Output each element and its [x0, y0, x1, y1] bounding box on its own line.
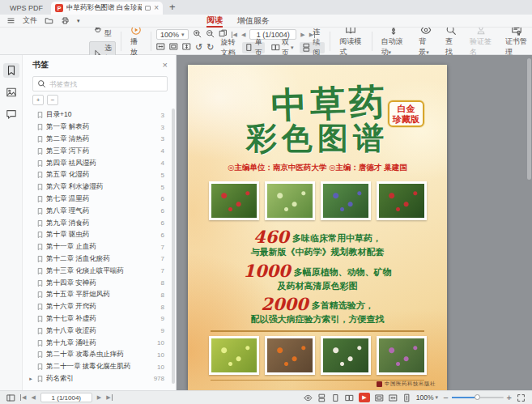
previous-page-button[interactable]: ◀ [241, 32, 245, 38]
single-page-button[interactable]: 单页 [242, 42, 265, 53]
bookmark-item[interactable]: 第五章 化湿药5 [23, 169, 176, 181]
fit-page-button[interactable] [169, 42, 178, 53]
panel-close-icon[interactable]: × [163, 60, 168, 70]
bookmark-item[interactable]: 第九章 消食药6 [23, 217, 176, 229]
zoom-out-button[interactable] [206, 29, 215, 40]
bookmark-search-input[interactable] [49, 80, 163, 88]
bookmark-title: 目录+10 [46, 110, 159, 120]
bookmark-item[interactable]: 第七章 温里药6 [23, 193, 176, 206]
fit-width-button[interactable] [389, 393, 398, 402]
last-page-button[interactable]: ▶ [106, 394, 112, 401]
zoom-slider-thumb[interactable] [475, 394, 480, 400]
expand-all-button[interactable]: + [32, 95, 44, 105]
bookmark-item[interactable]: 第十二章 活血化瘀药7 [23, 253, 176, 266]
bookmark-item[interactable]: 第二章 清热药3 [23, 134, 176, 146]
bookmark-item[interactable]: 第六章 利水渗湿药5 [23, 181, 176, 193]
bookmark-title: 第三章 泻下药 [46, 147, 159, 156]
bookmark-page: 7 [161, 267, 164, 274]
background-button[interactable]: 背景▾ [415, 23, 436, 58]
next-page-button[interactable]: ▶ [300, 32, 304, 38]
tab-window-icon[interactable] [145, 6, 151, 11]
bookmark-item[interactable]: ▸药名索引978 [23, 373, 176, 385]
print-button[interactable] [61, 16, 70, 25]
continuous-read-button[interactable] [317, 393, 326, 402]
comments-panel-button[interactable] [3, 107, 19, 121]
auto-scroll-button[interactable]: 自动滚动▾ [377, 23, 411, 58]
wps-pdf-window: WPS PDF P 中草药彩色图谱 白金珍藏版… × + 文件 ▾ 阅读 增值服… [0, 0, 532, 404]
fit-width-button[interactable] [156, 42, 165, 53]
bookmark-item[interactable]: 第十六章 开窍药8 [23, 301, 176, 313]
fold-controls: + − [23, 95, 176, 108]
zoom-slider-track[interactable] [452, 397, 504, 398]
app-home-button[interactable]: WPS PDF [5, 4, 51, 15]
double-page-button[interactable] [345, 393, 354, 402]
bookmark-item[interactable]: 第十一章 止血药7 [23, 241, 176, 253]
open-file-button[interactable] [45, 16, 53, 25]
play-slideshow-button[interactable]: ▶ [359, 393, 370, 402]
fullscreen-button[interactable] [517, 393, 526, 402]
bookmark-item[interactable]: 第十三章 化痰止咳平喘药7 [23, 265, 176, 277]
double-page-icon [345, 393, 354, 402]
bookmark-item[interactable]: 第十七章 补虚药9 [23, 313, 176, 325]
zoom-in-button[interactable] [193, 29, 202, 40]
tab-read[interactable]: 阅读 [206, 15, 223, 28]
fit-height-button[interactable] [182, 42, 191, 53]
first-page-button[interactable]: ◀ [20, 394, 26, 401]
bookmark-item[interactable]: 第十八章 收涩药9 [23, 325, 176, 337]
bookmark-item[interactable]: 第十五章 平肝熄风药8 [23, 289, 176, 301]
panel-scrollbar[interactable] [172, 108, 175, 384]
bookmark-item[interactable]: 第一章 解表药3 [23, 121, 176, 134]
document-tab[interactable]: P 中草药彩色图谱 白金珍藏版… × [51, 2, 163, 15]
bookmark-item[interactable]: 第十四章 安神药8 [23, 277, 176, 289]
previous-page-button[interactable]: ◀ [31, 394, 35, 401]
bookmarks-panel-button[interactable] [3, 63, 19, 78]
continuous-read-button[interactable]: 连续阅读 [300, 42, 325, 53]
hamburger-menu-button[interactable] [6, 16, 15, 25]
double-page-button[interactable]: 双页 ▾ [269, 42, 296, 53]
new-tab-button[interactable]: + [163, 1, 184, 15]
tab-value-added-services[interactable]: 增值服务 [237, 15, 270, 28]
bookmark-item[interactable]: 第三章 泻下药4 [23, 145, 176, 157]
thumbnails-panel-button[interactable] [3, 85, 19, 100]
bookmark-item[interactable]: 第十章 驱虫药6 [23, 229, 176, 241]
bookmark-title: 第十八章 收涩药 [46, 326, 159, 336]
zoom-level-select[interactable]: 100% ▾ [156, 29, 189, 40]
photo-orange-lilies [265, 336, 315, 375]
rotate-document-button[interactable]: 旋转文档 [218, 42, 237, 53]
collapse-all-button[interactable]: − [47, 95, 58, 105]
expand-arrow-icon[interactable]: ▸ [28, 376, 34, 382]
rotate-right-button[interactable]: ↻ [206, 42, 214, 53]
find-button[interactable]: 查找 [441, 23, 461, 58]
bookmark-item[interactable]: 第二十章 攻毒杀虫止痒药10 [23, 349, 176, 361]
document-area[interactable]: 中草药 白金 珍藏版 彩色图谱 ◎主编单位：南京中医药大学 ◎主编：唐德才 巢建… [177, 55, 532, 390]
play-slideshow-button[interactable]: 播放 [126, 23, 146, 58]
page-number-field[interactable]: 1 (1/1004) [40, 393, 92, 402]
read-mode-button[interactable]: 阅读模式 [335, 23, 366, 58]
eye-protect-button[interactable] [304, 393, 313, 402]
fit-page-button[interactable] [375, 393, 384, 402]
single-page-button[interactable] [331, 393, 340, 402]
bookmark-icon [36, 375, 44, 383]
bookmark-item[interactable]: 第四章 祛风湿药4 [23, 157, 176, 169]
bookmark-search-box[interactable] [32, 76, 168, 91]
toggle-sidebar-button[interactable] [6, 393, 15, 402]
certificate-manage-button[interactable]: 证书管理 [501, 23, 532, 58]
fit-height-button[interactable] [402, 393, 411, 402]
bookmark-item[interactable]: 第十九章 涌吐药10 [23, 337, 176, 349]
zoom-out-button[interactable]: − [443, 393, 448, 402]
zoom-slider[interactable]: − + [443, 393, 512, 402]
quick-access-dropdown[interactable]: ▾ [77, 18, 80, 24]
next-page-button[interactable]: ▶ [97, 394, 101, 401]
tab-close-icon[interactable]: × [154, 4, 159, 12]
bookmark-item[interactable]: 第二十一章 拔毒化腐生肌药10 [23, 361, 176, 373]
bookmark-title: 第十九章 涌吐药 [46, 338, 155, 348]
file-menu[interactable]: 文件 [23, 15, 37, 26]
bookmark-icon [36, 255, 44, 263]
bookmark-title: 第四章 祛风湿药 [46, 159, 159, 168]
zoom-in-button[interactable]: + [507, 393, 512, 402]
document-scrollbar[interactable] [527, 58, 531, 180]
rotate-left-button[interactable]: ↺ [195, 42, 202, 53]
zoom-level-select[interactable]: 100% ▾ [416, 393, 438, 402]
bookmark-item[interactable]: 目录+103 [23, 109, 176, 121]
bookmark-item[interactable]: 第八章 理气药6 [23, 205, 176, 217]
